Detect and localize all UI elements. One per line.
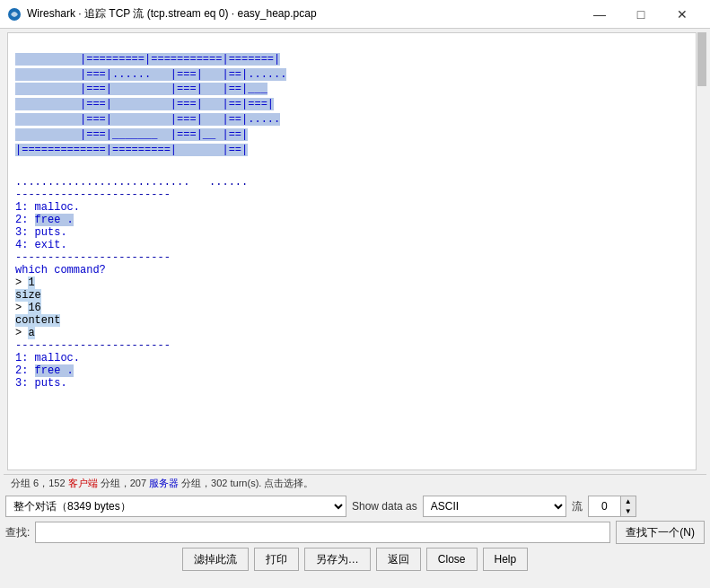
size-highlight: size: [15, 289, 41, 302]
ascii-art-block: |=========|===========|=======| |===|...…: [15, 37, 695, 172]
server-count: 服务器: [149, 478, 179, 488]
ascii-art-highlight5: |===| |===| |==|.....: [15, 113, 280, 126]
flow-spin-buttons: ▲ ▼: [620, 496, 636, 517]
title-bar: Wireshark · 追踪 TCP 流 (tcp.stream eq 0) ·…: [0, 0, 710, 29]
show-data-dropdown[interactable]: ASCII Hex Dump C Arrays Raw: [423, 496, 566, 517]
menu2-item-2: 2: free .: [15, 364, 695, 377]
dashes-line2: ------------------------: [15, 251, 695, 264]
window-controls: — □ ✕: [579, 0, 703, 29]
flow-increment[interactable]: ▲: [621, 496, 635, 506]
ascii-art-highlight2: |===|...... |===| |==|......: [15, 68, 286, 81]
dashes-line1: ------------------------: [15, 189, 695, 201]
flow-spinner[interactable]: ▲ ▼: [588, 496, 636, 517]
menu-item-4: 4: exit.: [15, 239, 695, 251]
title-bar-left: Wireshark · 追踪 TCP 流 (tcp.stream eq 0) ·…: [7, 6, 317, 22]
dots-line1: ........................... ......: [15, 176, 695, 189]
prompt-2: > 16: [15, 302, 695, 314]
close-button[interactable]: ✕: [662, 0, 703, 29]
menu-item-2: 2: free .: [15, 214, 695, 226]
ascii-art-highlight4: |===| |===| |==|===|: [15, 98, 274, 110]
find-next-button[interactable]: 查找下一个(N): [616, 521, 705, 544]
minimize-button[interactable]: —: [579, 0, 620, 29]
input-1: 1: [28, 276, 34, 289]
size-label: size: [15, 289, 695, 302]
search-input[interactable]: [35, 522, 610, 543]
bottom-row3: 滤掉此流 打印 另存为… 返回 Close Help: [5, 548, 705, 571]
prompt-3: > a: [15, 327, 695, 339]
flow-input[interactable]: [588, 496, 620, 517]
flow-decrement[interactable]: ▼: [621, 506, 635, 516]
close-dialog-button[interactable]: Close: [426, 548, 478, 571]
window-title: Wireshark · 追踪 TCP 流 (tcp.stream eq 0) ·…: [27, 6, 317, 22]
help-button[interactable]: Help: [483, 548, 529, 571]
input-2: 16: [28, 302, 40, 314]
back-button[interactable]: 返回: [376, 548, 421, 571]
menu-item-1: 1: malloc.: [15, 201, 695, 214]
dashes-line3: ------------------------: [15, 339, 695, 352]
which-command: which command?: [15, 264, 695, 276]
show-data-label: Show data as: [352, 500, 417, 513]
status-text: 分组 6，152 客户端 分组，207 服务器 分组，302 turn(s). …: [11, 477, 313, 490]
bottom-row2: 查找: 查找下一个(N): [5, 521, 705, 544]
input-3: a: [28, 327, 34, 339]
tcp-stream-content[interactable]: |=========|===========|=======| |===|...…: [7, 32, 703, 470]
ascii-art-highlight1: |=========|===========|=======|: [15, 53, 280, 66]
print-button[interactable]: 打印: [254, 548, 299, 571]
scrollbar-track[interactable]: [696, 32, 706, 470]
ascii-art-highlight3: |===| |===| |==|___: [15, 83, 267, 95]
bottom-row1: 整个对话（8349 bytes） 客户端到服务器 服务器到客户端 Show da…: [5, 496, 705, 517]
menu2-item-1: 1: malloc.: [15, 352, 695, 364]
bottom-section: 整个对话（8349 bytes） 客户端到服务器 服务器到客户端 Show da…: [0, 492, 710, 575]
client-count: 客户端: [68, 478, 98, 488]
scrollbar-thumb[interactable]: [697, 32, 706, 86]
status-bar: 分组 6，152 客户端 分组，207 服务器 分组，302 turn(s). …: [4, 474, 706, 492]
maximize-button[interactable]: □: [620, 0, 662, 29]
menu2-item-3: 3: puts.: [15, 377, 695, 390]
app-icon: [7, 7, 22, 22]
conversation-dropdown[interactable]: 整个对话（8349 bytes） 客户端到服务器 服务器到客户端: [5, 496, 346, 517]
prompt-1: > 1: [15, 276, 695, 289]
ascii-art-highlight6: |===|_______ |===|__ |==|: [15, 128, 248, 141]
flow-label: 流: [572, 499, 583, 514]
filter-button[interactable]: 滤掉此流: [182, 548, 249, 571]
ascii-art-highlight7: |=============|=========| |==|: [15, 144, 248, 156]
menu-item-3: 3: puts.: [15, 226, 695, 239]
free-highlight-1: free .: [35, 214, 74, 226]
content-label: content: [15, 314, 695, 327]
save-as-button[interactable]: 另存为…: [304, 548, 371, 571]
search-label: 查找:: [5, 525, 30, 540]
content-highlight: content: [15, 314, 60, 327]
free-highlight-2: free .: [35, 364, 74, 377]
